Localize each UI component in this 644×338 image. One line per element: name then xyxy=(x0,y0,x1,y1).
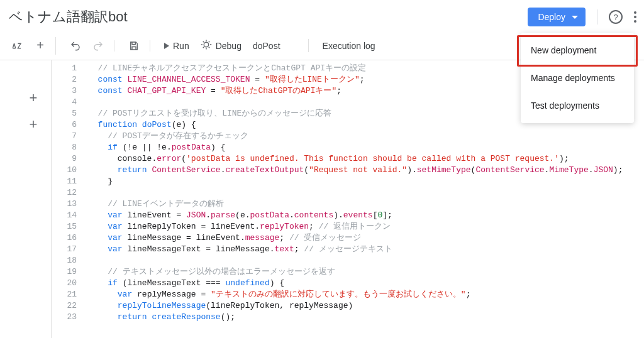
deploy-menu-item[interactable]: Test deployments xyxy=(521,92,634,119)
line-number: 5 xyxy=(52,108,77,119)
code-line[interactable]: return ContentService.createTextOutput("… xyxy=(88,165,644,176)
deploy-button[interactable]: Deploy xyxy=(528,8,586,26)
line-number: 2 xyxy=(52,74,77,85)
chevron-down-icon xyxy=(572,16,578,19)
line-number: 13 xyxy=(52,199,77,210)
line-number: 16 xyxy=(52,232,77,244)
add-file-icon[interactable]: + xyxy=(31,37,49,55)
code-line[interactable]: console.error('postData is undefined. Th… xyxy=(88,153,644,165)
bug-icon xyxy=(201,39,212,52)
svg-point-0 xyxy=(204,42,209,47)
header: ベトナム語翻訳bot Deploy ? xyxy=(0,0,644,31)
code-line[interactable]: return createResponse(); xyxy=(88,312,644,323)
debug-label: Debug xyxy=(216,41,242,51)
line-number: 3 xyxy=(52,85,77,97)
code-line[interactable]: // LINEイベントデータの解析 xyxy=(88,199,644,210)
function-select[interactable]: doPost xyxy=(253,41,298,51)
code-line[interactable]: } xyxy=(88,176,644,187)
execution-log-button[interactable]: Execution log xyxy=(323,41,375,51)
line-number: 23 xyxy=(52,312,77,323)
code-line[interactable]: var lineEvent = JSON.parse(e.postData.co… xyxy=(88,210,644,221)
debug-button[interactable]: Debug xyxy=(201,39,242,52)
code-line[interactable]: var lineMessageText = lineMessage.text; … xyxy=(88,244,644,255)
line-number: 9 xyxy=(52,153,77,165)
exec-log-label: Execution log xyxy=(323,41,375,51)
line-number: 6 xyxy=(52,119,77,131)
undo-icon[interactable] xyxy=(70,40,81,52)
deploy-menu-item[interactable]: New deployment xyxy=(521,36,634,64)
help-icon[interactable]: ? xyxy=(609,10,623,24)
line-number: 21 xyxy=(52,289,77,300)
deploy-menu-item[interactable]: Manage deployments xyxy=(521,64,634,92)
project-title[interactable]: ベトナム語翻訳bot xyxy=(9,8,128,26)
line-number: 22 xyxy=(52,300,77,312)
line-number: 8 xyxy=(52,142,77,153)
divider xyxy=(597,9,597,25)
line-number: 11 xyxy=(52,176,77,187)
code-line[interactable] xyxy=(88,187,644,199)
save-icon[interactable] xyxy=(128,40,140,52)
toolbar-left: + xyxy=(11,37,56,55)
kebab-menu-icon[interactable] xyxy=(634,9,636,25)
deploy-button-label: Deploy xyxy=(538,12,565,22)
code-line[interactable]: replyToLineMessage(lineReplyToken, reply… xyxy=(88,300,644,312)
redo-icon[interactable] xyxy=(92,40,104,52)
run-button[interactable]: Run xyxy=(164,41,189,51)
code-line[interactable]: // テキストメッセージ以外の場合はエラーメッセージを返す xyxy=(88,266,644,278)
line-number: 19 xyxy=(52,266,77,278)
line-number: 17 xyxy=(52,244,77,255)
line-number: 1 xyxy=(52,63,77,74)
line-number: 7 xyxy=(52,131,77,142)
line-number: 4 xyxy=(52,97,77,108)
code-line[interactable] xyxy=(88,255,644,266)
deploy-dropdown: New deploymentManage deploymentsTest dep… xyxy=(521,33,634,123)
code-line[interactable]: if (lineMessageText === undefined) { xyxy=(88,278,644,289)
code-line[interactable]: var lineMessage = lineEvent.message; // … xyxy=(88,232,644,244)
line-number: 15 xyxy=(52,221,77,232)
add-icon[interactable]: + xyxy=(25,116,42,133)
play-icon xyxy=(164,43,169,49)
code-line[interactable]: // POSTデータが存在するかチェック xyxy=(88,131,644,142)
az-icon[interactable] xyxy=(11,40,23,52)
line-number: 14 xyxy=(52,210,77,221)
line-gutter: 1234567891011121314151617181920212223 xyxy=(52,60,84,338)
function-name: doPost xyxy=(253,41,280,51)
code-line[interactable]: var replyMessage = "テキストのみの翻訳に対応しています。もう… xyxy=(88,289,644,300)
sidebar: + + xyxy=(0,60,52,338)
header-right: Deploy ? xyxy=(528,8,636,26)
add-icon[interactable]: + xyxy=(25,89,42,107)
line-number: 12 xyxy=(52,187,77,199)
code-line[interactable]: var lineReplyToken = lineEvent.replyToke… xyxy=(88,221,644,232)
run-label: Run xyxy=(173,41,189,51)
line-number: 10 xyxy=(52,165,77,176)
code-line[interactable]: if (!e || !e.postData) { xyxy=(88,142,644,153)
toolbar-main: Run Debug doPost Execution log xyxy=(61,39,375,52)
line-number: 18 xyxy=(52,255,77,266)
line-number: 20 xyxy=(52,278,77,289)
